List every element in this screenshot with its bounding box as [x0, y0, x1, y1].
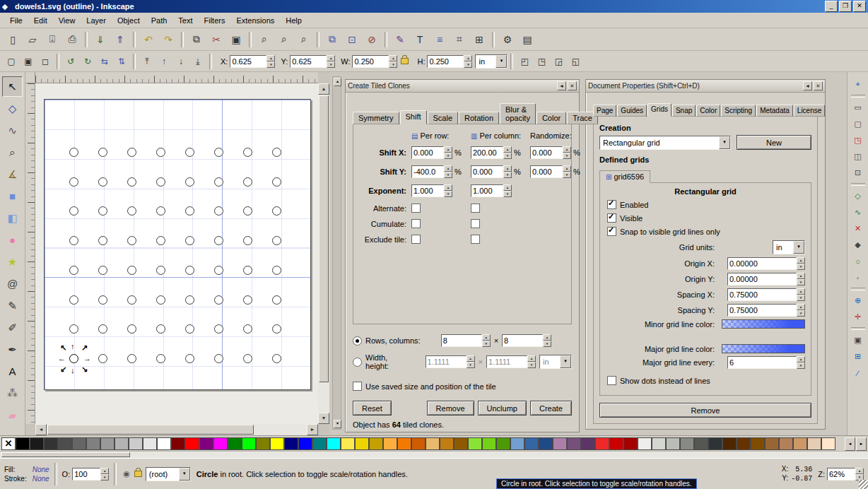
spacing-y-spinbox[interactable]: ▴▾: [727, 304, 805, 317]
doc-props-tab-snap[interactable]: Snap: [672, 105, 696, 117]
clone-circle[interactable]: [243, 206, 252, 216]
spinner[interactable]: ▴▾: [467, 355, 475, 368]
clone-circle[interactable]: [98, 295, 107, 305]
shift-x-per-column-spinbox[interactable]: ▴▾: [471, 146, 512, 159]
clone-circle[interactable]: [243, 236, 252, 245]
palette-color-46[interactable]: [666, 437, 680, 450]
doc-props-tab-page[interactable]: Page: [593, 105, 616, 117]
spinner[interactable]: ▴▾: [797, 288, 805, 301]
new-document-icon[interactable]: ▯: [4, 30, 22, 49]
exponent-per-column-input[interactable]: [471, 184, 503, 197]
clone-circle[interactable]: [156, 236, 165, 245]
text-dialog-icon[interactable]: T: [411, 30, 429, 49]
menu-item-edit[interactable]: Edit: [28, 14, 53, 27]
spinner[interactable]: ▴▾: [797, 304, 805, 317]
flip-vertical-icon[interactable]: ⇅: [114, 54, 129, 69]
spin-up-icon[interactable]: ▴: [467, 355, 475, 362]
doc-props-tab-metadata[interactable]: Metadata: [756, 105, 793, 117]
scroll-up-icon[interactable]: ▲: [318, 83, 329, 95]
clone-circle[interactable]: [156, 177, 165, 187]
tweak-tool[interactable]: ∿: [2, 120, 23, 141]
spinner[interactable]: ▴▾: [797, 356, 805, 369]
palette-no-color[interactable]: ✕: [1, 437, 16, 450]
snap-bbox-midpoints-icon[interactable]: ◫: [850, 149, 866, 164]
spin-up-icon[interactable]: ▴: [444, 165, 452, 172]
clone-circle[interactable]: [243, 354, 252, 363]
snap-visible-only-checkbox[interactable]: [607, 227, 616, 236]
spinner[interactable]: ▴▾: [503, 146, 512, 159]
palette-color-55[interactable]: [793, 437, 807, 450]
lock-ratio-toggle[interactable]: [398, 54, 411, 69]
clone-circle[interactable]: [272, 236, 281, 245]
palette-color-13[interactable]: [199, 437, 213, 450]
bezier-tool[interactable]: ✐: [2, 317, 23, 338]
rotate-cw-icon[interactable]: ↻: [80, 54, 95, 69]
exclude-per-row-checkbox[interactable]: [411, 235, 421, 244]
palette-color-43[interactable]: [623, 437, 638, 450]
chevron-down-icon[interactable]: ▾: [495, 55, 507, 68]
pencil-tool[interactable]: ✎: [2, 295, 23, 316]
visible-checkbox[interactable]: [607, 213, 616, 223]
x-input[interactable]: [230, 55, 266, 68]
palette-color-17[interactable]: [256, 437, 270, 450]
clone-circle[interactable]: [69, 177, 78, 187]
spinner[interactable]: ▴▾: [543, 334, 551, 347]
spin-up-icon[interactable]: ▴: [503, 184, 512, 191]
clone-circle[interactable]: [98, 206, 107, 216]
clone-circle[interactable]: [272, 266, 281, 275]
clone-circle[interactable]: [272, 148, 281, 157]
selection-handle[interactable]: ↓: [71, 367, 75, 374]
grid-units-combo[interactable]: in▾: [773, 240, 805, 254]
spinner[interactable]: ▴▾: [797, 273, 805, 285]
major-grid-every-spinbox[interactable]: ▴▾: [727, 356, 805, 369]
wh-units-combo[interactable]: in▾: [539, 355, 572, 369]
zoom-input[interactable]: [827, 468, 855, 481]
palette-color-23[interactable]: [341, 437, 355, 450]
eraser-tool[interactable]: ▰: [2, 405, 23, 425]
clone-circle[interactable]: [185, 177, 194, 187]
selection-handle[interactable]: ↙: [60, 365, 66, 372]
snap-object-centers-icon[interactable]: ⊕: [850, 293, 866, 308]
palette-color-28[interactable]: [411, 437, 426, 450]
palette-color-47[interactable]: [680, 437, 694, 450]
layer-visibility-icon[interactable]: ◉: [123, 469, 130, 478]
dock-iconify-button[interactable]: ◄: [803, 81, 812, 90]
palette-color-53[interactable]: [765, 437, 779, 450]
shift-x-randomize-spinbox[interactable]: ▴▾: [530, 146, 571, 159]
clone-circle[interactable]: [214, 206, 223, 216]
clone-circle[interactable]: [243, 324, 252, 334]
cut-icon[interactable]: ✂: [207, 30, 225, 49]
palette-color-6[interactable]: [100, 437, 115, 450]
clone-circle[interactable]: [127, 236, 136, 245]
preferences-icon[interactable]: ⚙: [498, 30, 517, 49]
clone-circle[interactable]: [185, 148, 194, 157]
clone-circle[interactable]: [156, 354, 165, 363]
origin-x-input[interactable]: [727, 257, 797, 270]
zoom-page-icon[interactable]: ⌕: [295, 30, 313, 49]
spin-down-icon[interactable]: ▾: [563, 172, 571, 178]
y-spinbox[interactable]: ▴▾: [290, 55, 335, 68]
raise-icon[interactable]: ↑: [156, 54, 172, 69]
height-input[interactable]: [486, 355, 527, 368]
spin-up-icon[interactable]: ▴: [464, 55, 472, 61]
zoom-selection-icon[interactable]: ⌕: [255, 30, 274, 49]
palette-color-22[interactable]: [327, 437, 341, 450]
clone-circle[interactable]: [69, 148, 78, 157]
spin-down-icon[interactable]: ▾: [389, 61, 397, 68]
spinner[interactable]: ▴▾: [482, 334, 491, 347]
layers-dialog-icon[interactable]: ≡: [430, 30, 449, 49]
close-button[interactable]: ✕: [853, 1, 866, 12]
clone-circle[interactable]: [243, 266, 252, 275]
alternate-per-column-checkbox[interactable]: [471, 204, 480, 213]
origin-y-spinbox[interactable]: ▴▾: [727, 273, 805, 285]
spin-down-icon[interactable]: ▾: [444, 153, 452, 159]
spin-up-icon[interactable]: ▴: [797, 304, 805, 310]
palette-color-31[interactable]: [454, 437, 468, 450]
spin-up-icon[interactable]: ▴: [797, 273, 805, 279]
clone-circle[interactable]: [156, 148, 165, 157]
snap-cusp-nodes-icon[interactable]: ◆: [850, 237, 866, 252]
duplicate-icon[interactable]: ⧉: [323, 30, 341, 49]
minimize-button[interactable]: _: [825, 1, 838, 12]
clone-circle[interactable]: [243, 295, 252, 305]
palette-color-40[interactable]: [581, 437, 595, 450]
